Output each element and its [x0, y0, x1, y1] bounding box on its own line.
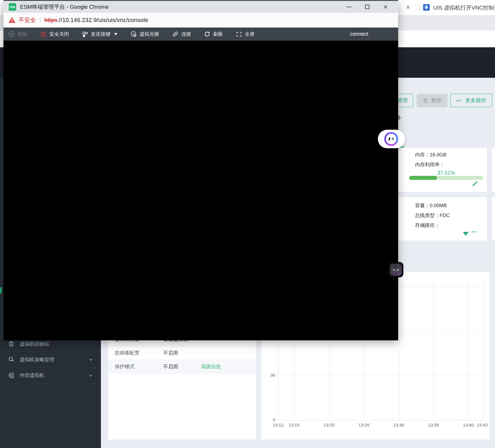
- delete-button[interactable]: 删除: [417, 94, 447, 107]
- address-bar[interactable]: 不安全 https://10.146.232.9/uis/uis/vnc/con…: [3, 13, 398, 28]
- vnc-virtual-cd-button[interactable]: 虚拟光驱: [130, 31, 159, 37]
- url-rest: ://10.146.232.9/uis/uis/vnc/console: [57, 17, 148, 23]
- sidebar-item-label: 外部虚拟机: [20, 372, 44, 379]
- tab-title[interactable]: UIS 虚拟机打开VNC控制台: [433, 4, 495, 12]
- link-icon: [172, 31, 179, 37]
- ai-assistant-floating-button[interactable]: <: [378, 130, 405, 148]
- security-status-label[interactable]: 不安全: [19, 16, 36, 24]
- disk-card: 容量：0.00MB 总线类型：FDC 存储路径： •••: [398, 197, 487, 241]
- capacity-line: 容量：0.00MB: [415, 202, 447, 209]
- sidebar-item-label: 虚拟机回收站: [20, 341, 49, 347]
- sidebar-separator: [0, 383, 101, 383]
- sidebar-item-vm-policy[interactable]: 虚拟机策略管理: [0, 351, 101, 367]
- vnc-send-keys-label: 发送按键: [91, 31, 110, 37]
- refresh-icon: [204, 31, 211, 37]
- more-actions-button[interactable]: ••• 更多操作: [450, 94, 492, 107]
- bus-type-line: 总线类型：FDC: [415, 212, 450, 219]
- row-value: 不启用: [163, 363, 178, 370]
- sidebar-item-label: 虚拟机策略管理: [20, 356, 54, 363]
- vnc-fullscreen-label: 全屏: [245, 31, 255, 37]
- minimize-icon: [347, 7, 351, 7]
- clipped-text: 务: [398, 114, 402, 121]
- x-tick-label: 13:42: [474, 422, 491, 427]
- vnc-start-button[interactable]: 启动: [8, 31, 27, 37]
- vnc-start-label: 启动: [17, 31, 27, 37]
- address-divider: [40, 17, 40, 24]
- chart-x-axis: [278, 420, 483, 420]
- delete-button-label: 删除: [431, 97, 442, 104]
- window-title: ESM终端管理平台 - Google Chrome: [20, 3, 109, 11]
- x-tick-label: 13:30: [390, 422, 407, 427]
- vnc-virtual-cd-label: 虚拟光驱: [139, 31, 159, 37]
- vnc-fullscreen-button[interactable]: 全屏: [236, 31, 255, 37]
- window-controls: ×: [340, 1, 395, 13]
- ai-eye-right: <: [391, 136, 394, 142]
- sidebar-item-external-vm[interactable]: 外部虚拟机: [0, 367, 101, 383]
- row-label: 保护模式: [115, 363, 135, 370]
- memory-usage-label: 内存利用率：: [415, 161, 445, 168]
- trash-icon: [423, 97, 428, 103]
- vnc-send-keys-button[interactable]: 发送按键: [82, 31, 117, 37]
- uis-favicon-icon: [423, 4, 430, 11]
- window-titlebar[interactable]: UIS ESM终端管理平台 - Google Chrome ×: [3, 1, 398, 13]
- virtual-cd-icon: [130, 31, 137, 37]
- vnc-display-area[interactable]: [3, 41, 398, 340]
- vnc-refresh-label: 刷新: [213, 31, 223, 37]
- maximize-icon: [365, 5, 369, 9]
- vnc-safe-shutdown-button[interactable]: 安全关闭: [40, 31, 69, 37]
- send-keys-icon: [82, 31, 88, 37]
- chevron-down-icon: [88, 357, 93, 362]
- sidebar-active-accent: [0, 287, 2, 294]
- play-circle-icon: [8, 31, 15, 37]
- manage-button-label: 管理: [397, 97, 408, 104]
- gridline-v: [468, 278, 469, 420]
- url-text[interactable]: https://10.146.232.9/uis/uis/vnc/console: [44, 17, 148, 24]
- vnc-connect-button[interactable]: 连接: [172, 31, 191, 37]
- vnc-toolbar: 启动 安全关闭 发送按键: [3, 28, 398, 41]
- storage-path-line: 存储路径：: [415, 222, 440, 229]
- x-tick-label: 13:20: [320, 422, 338, 427]
- vnc-connect-label: 连接: [181, 31, 191, 37]
- table-row: 保护模式 不启用 高级信息: [108, 360, 256, 373]
- y-tick-label: 30: [264, 373, 275, 377]
- power-icon: [40, 31, 47, 37]
- gridline-v: [399, 278, 399, 420]
- table-row: 防病毒配置 不启用: [108, 346, 256, 360]
- screenshot-face-floating-button[interactable]: >.<: [388, 262, 403, 277]
- memory-usage-value: 37.51%: [437, 170, 455, 176]
- external-vm-icon: [8, 372, 15, 379]
- https-struck: https: [44, 17, 57, 23]
- fullscreen-icon: [236, 31, 242, 37]
- chart-right-border: [483, 278, 484, 420]
- close-icon: ×: [383, 4, 387, 10]
- dropdown-caret-icon: [114, 33, 117, 35]
- trash-icon: [8, 340, 15, 347]
- vnc-console-window: UIS ESM终端管理平台 - Google Chrome × 不安全 http…: [3, 0, 398, 340]
- edit-pencil-icon[interactable]: [472, 180, 478, 187]
- ai-eye-left: [389, 137, 391, 141]
- policy-icon: [8, 356, 15, 363]
- close-button[interactable]: ×: [376, 1, 395, 13]
- memory-line: 内存：16.0GB: [415, 151, 447, 158]
- warning-icon: [8, 17, 16, 24]
- tab-close-icon[interactable]: ×: [404, 3, 412, 12]
- ai-ring-icon: <: [384, 132, 398, 146]
- memory-card: 内存：16.0GB 内存利用率： 37.51%: [398, 147, 487, 192]
- cut-card-sliver: [492, 197, 495, 241]
- disk-more-icon[interactable]: •••: [472, 230, 477, 234]
- collapse-triangle-icon[interactable]: [463, 232, 469, 236]
- x-tick-label: 13:25: [355, 422, 373, 427]
- vnc-safe-shutdown-label: 安全关闭: [49, 31, 69, 37]
- screen: × UIS 虚拟机打开VNC控制台 管理 删除 ••• 更多操作 务: [0, 0, 495, 448]
- row-value: 不启用: [163, 350, 178, 356]
- vnc-refresh-button[interactable]: 刷新: [204, 31, 223, 37]
- vnc-status-text: connect: [350, 31, 368, 37]
- chevron-down-icon: [88, 373, 93, 378]
- memory-usage-progress-fill: [409, 176, 437, 180]
- maximize-button[interactable]: [358, 1, 376, 13]
- advanced-info-link[interactable]: 高级信息: [201, 363, 221, 370]
- tab-divider: [419, 4, 420, 11]
- ellipsis-icon: •••: [456, 98, 462, 103]
- face-chip-icon: >.<: [390, 264, 402, 276]
- minimize-button[interactable]: [340, 1, 358, 13]
